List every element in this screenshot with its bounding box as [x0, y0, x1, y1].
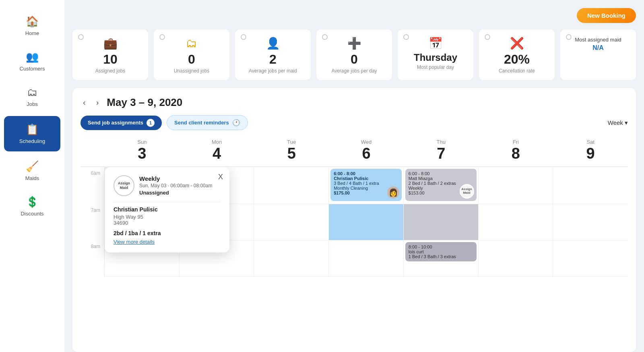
most-maid-value: N/A [592, 44, 604, 52]
event-thu-6am[interactable]: 6:00 - 8:00 Matt Miazga 2 Bed / 1 Bath /… [405, 169, 477, 201]
tue-num: 5 [254, 145, 329, 162]
assign-maid-popup-circle[interactable]: AssignMaid [114, 175, 134, 196]
unassigned-jobs-icon: 🗂 [186, 37, 197, 50]
sidebar: 🏠 Home 👥 Customers 🗂 Jobs 📋 Scheduling 🧹… [0, 0, 64, 352]
stat-cancel-rate: ❌ 20% Cancellation rate [479, 29, 555, 80]
calendar-section: ‹ › May 3 – 9, 2020 Send job assignments… [72, 88, 636, 352]
sat-label: Sat [586, 139, 594, 145]
time-col-header [80, 136, 105, 167]
send-jobs-badge: 1 [147, 119, 155, 127]
day-header-wed: Wed 6 [329, 136, 404, 167]
event-thu-8am[interactable]: 8:00 - 10:00 lois curt 1 Bed / 3 Bath / … [405, 242, 477, 261]
sidebar-item-scheduling-label: Scheduling [19, 138, 45, 144]
customers-icon: 👥 [26, 51, 39, 63]
week-label: Week [608, 119, 623, 126]
week-selector-button[interactable]: Week ▾ [608, 119, 628, 126]
sun-label: Sun [137, 139, 147, 145]
clock-icon: 🕐 [232, 119, 240, 126]
avg-per-maid-label: Average jobs per maid [249, 68, 297, 74]
day-header-fri: Fri 8 [479, 136, 553, 167]
cell-thu-7am[interactable] [404, 204, 479, 240]
event-thu-6am-time: 6:00 - 8:00 [409, 171, 473, 176]
event-wed-6am[interactable]: 6:00 - 8:00 Christian Pulisic 3 Bed / 4 … [330, 169, 402, 201]
sidebar-item-jobs[interactable]: 🗂 Jobs [0, 79, 64, 114]
avg-per-day-icon: ➕ [347, 37, 361, 50]
discounts-icon: 💲 [26, 196, 39, 208]
stat-radio [78, 34, 84, 40]
popup-divider [114, 202, 221, 202]
popup-top-section: AssignMaid Weekly Sun, May 03 · 06:00am … [114, 175, 221, 196]
main-content: New Booking 💼 10 Assigned jobs 🗂 0 Unass… [64, 0, 644, 352]
cell-sat-6am[interactable] [553, 167, 628, 204]
sidebar-item-home[interactable]: 🏠 Home [0, 8, 64, 43]
cell-tue-6am[interactable] [254, 167, 329, 204]
calendar-next-button[interactable]: › [94, 97, 101, 108]
sat-num: 9 [553, 145, 628, 162]
sidebar-item-home-label: Home [25, 30, 39, 36]
popup-bed-bath-details: 2bd / 1ba / 1 extra [114, 230, 221, 236]
assigned-jobs-label: Assigned jobs [95, 68, 126, 74]
cell-thu-6am[interactable]: 6:00 - 8:00 Matt Miazga 2 Bed / 1 Bath /… [404, 167, 479, 204]
send-client-reminders-button[interactable]: Send client reminders 🕐 [167, 115, 248, 130]
time-8am: 8am [80, 240, 105, 277]
time-6am: 6am [80, 167, 105, 204]
wed-num: 6 [329, 145, 404, 162]
event-popup: X AssignMaid Weekly Sun, May 03 · 06:00a… [105, 167, 229, 253]
cell-fri-8am[interactable] [479, 240, 553, 277]
cell-sat-7am[interactable] [553, 204, 628, 240]
view-more-details-button[interactable]: View more details [114, 239, 155, 245]
calendar-prev-button[interactable]: ‹ [80, 97, 88, 108]
calendar-header: ‹ › May 3 – 9, 2020 [80, 96, 628, 109]
send-jobs-label: Send job assignments [88, 120, 143, 126]
stat-radio [159, 34, 165, 40]
stats-row: 💼 10 Assigned jobs 🗂 0 Unassigned jobs 👤… [72, 29, 636, 80]
wed-label: Wed [361, 139, 372, 145]
customer-avatar: 👩 [387, 186, 399, 199]
stat-radio [485, 34, 490, 40]
popup-info-section: Weekly Sun, May 03 · 06:00am - 08:00am U… [139, 175, 212, 196]
cell-tue-7am[interactable] [254, 204, 329, 240]
sidebar-item-jobs-label: Jobs [27, 101, 37, 107]
cell-wed-7am[interactable] [329, 204, 404, 240]
event-wed-6am-details: 3 Bed / 4 Bath / 1 extra [334, 181, 398, 186]
event-thu-6am-name: Matt Miazga [409, 176, 473, 181]
sidebar-item-maids-label: Maids [25, 175, 39, 181]
cell-wed-6am[interactable]: 6:00 - 8:00 Christian Pulisic 3 Bed / 4 … [329, 167, 404, 204]
cell-tue-8am[interactable] [254, 240, 329, 277]
popular-day-value: Thursday [414, 52, 457, 63]
mon-num: 4 [180, 145, 254, 162]
assigned-jobs-icon: 💼 [103, 37, 118, 50]
cancel-rate-label: Cancellation rate [499, 68, 535, 74]
sidebar-item-scheduling[interactable]: 📋 Scheduling [4, 116, 60, 151]
sidebar-item-customers-label: Customers [20, 66, 45, 72]
cell-thu-8am[interactable]: 8:00 - 10:00 lois curt 1 Bed / 3 Bath / … [404, 240, 479, 277]
cell-sat-8am[interactable] [553, 240, 628, 277]
sidebar-item-maids[interactable]: 🧹 Maids [0, 153, 64, 188]
popup-customer-name: Christian Pulisic [114, 206, 221, 213]
send-job-assignments-button[interactable]: Send job assignments 1 [80, 116, 162, 130]
stat-radio [322, 34, 328, 40]
calendar-title: May 3 – 9, 2020 [107, 96, 182, 109]
assign-maid-circle[interactable]: AssignMaid [460, 184, 474, 199]
popup-close-button[interactable]: X [218, 173, 223, 181]
avg-per-day-value: 0 [351, 52, 358, 66]
tue-label: Tue [287, 139, 296, 145]
cell-fri-7am[interactable] [479, 204, 553, 240]
cell-fri-6am[interactable] [479, 167, 553, 204]
assigned-jobs-value: 10 [103, 52, 118, 66]
time-7am: 7am [80, 204, 105, 240]
sidebar-item-customers[interactable]: 👥 Customers [0, 43, 64, 79]
sidebar-item-discounts[interactable]: 💲 Discounts [0, 188, 64, 224]
event-thu-8am-time: 8:00 - 10:00 [409, 244, 473, 249]
day-header-sun: Sun 3 [105, 136, 180, 167]
cancel-rate-value: 20% [504, 52, 530, 66]
stat-avg-per-day: ➕ 0 Average jobs per day [316, 29, 392, 80]
thu-num: 7 [404, 145, 479, 162]
new-booking-button[interactable]: New Booking [577, 8, 636, 23]
stat-avg-per-maid: 👤 2 Average jobs per maid [235, 29, 311, 80]
most-maid-label: Most assigned maid [575, 37, 621, 43]
stat-radio [403, 34, 409, 40]
maids-icon: 🧹 [26, 160, 39, 173]
cell-wed-8am[interactable] [329, 240, 404, 277]
stat-most-maid: Most assigned maid N/A [560, 29, 636, 80]
